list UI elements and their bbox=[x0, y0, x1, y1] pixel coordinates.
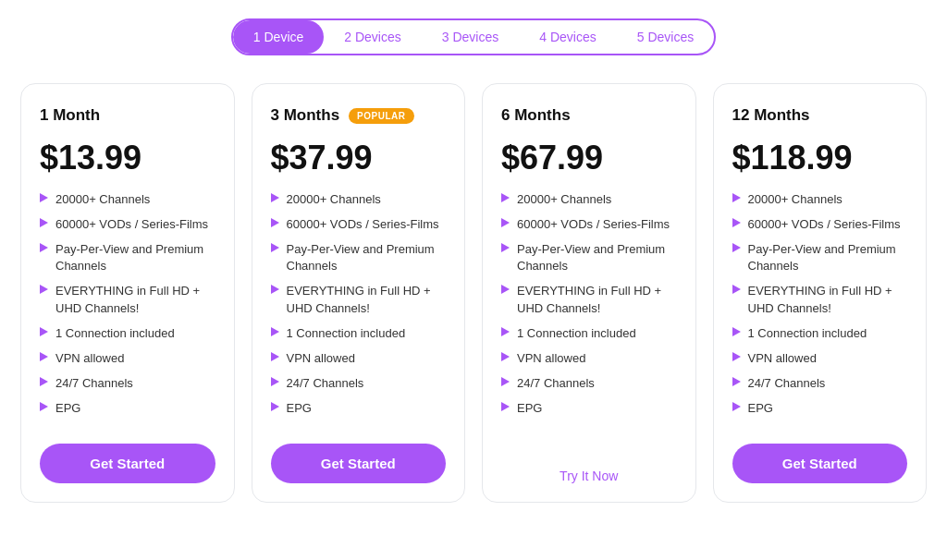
plan-header: 6 Months bbox=[501, 106, 677, 125]
plan-duration: 1 Month bbox=[40, 106, 215, 125]
play-icon bbox=[501, 218, 510, 227]
feature-text: 24/7 Channels bbox=[55, 375, 133, 392]
feature-item: VPN allowed bbox=[732, 350, 908, 367]
play-icon bbox=[271, 402, 279, 411]
feature-item: 24/7 Channels bbox=[40, 375, 215, 392]
feature-item: 60000+ VODs / Series-Films bbox=[271, 216, 447, 233]
plan-card-plan-12months: 12 Months$118.9920000+ Channels60000+ VO… bbox=[713, 83, 928, 503]
plan-price: $118.99 bbox=[732, 140, 908, 177]
feature-item: 60000+ VODs / Series-Films bbox=[501, 216, 677, 233]
feature-text: EPG bbox=[517, 400, 542, 417]
plan-duration: 6 Months bbox=[501, 106, 677, 125]
feature-item: VPN allowed bbox=[40, 350, 215, 367]
play-icon bbox=[732, 377, 741, 386]
device-tab-4[interactable]: 4 Devices bbox=[519, 20, 616, 54]
feature-item: 60000+ VODs / Series-Films bbox=[732, 216, 908, 233]
get-started-button-plan-12months[interactable]: Get Started bbox=[732, 444, 908, 483]
feature-item: 24/7 Channels bbox=[271, 375, 447, 392]
feature-text: Pay-Per-View and Premium Channels bbox=[55, 241, 215, 274]
feature-text: VPN allowed bbox=[748, 350, 817, 367]
play-icon bbox=[501, 327, 510, 336]
popular-badge: POPULAR bbox=[349, 108, 413, 124]
feature-item: EPG bbox=[271, 400, 447, 417]
feature-text: Pay-Per-View and Premium Channels bbox=[748, 241, 908, 274]
play-icon bbox=[501, 193, 510, 202]
feature-item: EPG bbox=[732, 400, 908, 417]
feature-text: 60000+ VODs / Series-Films bbox=[287, 216, 439, 233]
try-it-now-link-plan-6months[interactable]: Try It Now bbox=[501, 469, 677, 483]
plan-duration: 3 MonthsPOPULAR bbox=[271, 106, 447, 125]
device-tab-2[interactable]: 2 Devices bbox=[324, 20, 421, 54]
feature-text: VPN allowed bbox=[287, 350, 355, 367]
play-icon bbox=[271, 193, 279, 202]
feature-text: 1 Connection included bbox=[748, 325, 867, 342]
feature-text: EVERYTHING in Full HD + UHD Channels! bbox=[55, 283, 215, 316]
play-icon bbox=[271, 352, 279, 361]
feature-item: 1 Connection included bbox=[271, 325, 447, 342]
play-icon bbox=[501, 243, 510, 252]
plan-header: 3 MonthsPOPULAR bbox=[271, 106, 447, 125]
feature-text: EVERYTHING in Full HD + UHD Channels! bbox=[287, 283, 447, 316]
device-tab-1[interactable]: 1 Device bbox=[233, 20, 324, 54]
play-icon bbox=[271, 377, 279, 386]
play-icon bbox=[40, 327, 48, 336]
feature-text: Pay-Per-View and Premium Channels bbox=[517, 241, 677, 274]
feature-text: 1 Connection included bbox=[55, 325, 175, 342]
plan-duration: 12 Months bbox=[732, 106, 908, 125]
play-icon bbox=[40, 193, 48, 202]
get-started-button-plan-3months[interactable]: Get Started bbox=[271, 444, 447, 483]
feature-text: Pay-Per-View and Premium Channels bbox=[287, 241, 447, 274]
feature-text: EVERYTHING in Full HD + UHD Channels! bbox=[517, 283, 677, 316]
play-icon bbox=[40, 402, 48, 411]
play-icon bbox=[501, 377, 510, 386]
feature-text: 20000+ Channels bbox=[748, 191, 842, 208]
play-icon bbox=[732, 285, 741, 294]
play-icon bbox=[40, 352, 48, 361]
get-started-button-plan-1month[interactable]: Get Started bbox=[40, 444, 215, 483]
feature-item: Pay-Per-View and Premium Channels bbox=[271, 241, 447, 274]
feature-text: 1 Connection included bbox=[517, 325, 636, 342]
plan-card-plan-6months: 6 Months$67.9920000+ Channels60000+ VODs… bbox=[482, 83, 696, 503]
feature-text: 24/7 Channels bbox=[748, 375, 826, 392]
feature-text: VPN allowed bbox=[55, 350, 124, 367]
feature-text: 20000+ Channels bbox=[55, 191, 150, 208]
feature-item: Pay-Per-View and Premium Channels bbox=[40, 241, 215, 274]
play-icon bbox=[501, 352, 510, 361]
play-icon bbox=[271, 243, 279, 252]
plan-price: $13.99 bbox=[40, 140, 215, 177]
feature-item: 1 Connection included bbox=[732, 325, 908, 342]
play-icon bbox=[732, 327, 741, 336]
feature-list: 20000+ Channels60000+ VODs / Series-Film… bbox=[501, 191, 677, 440]
feature-item: 20000+ Channels bbox=[40, 191, 215, 208]
device-tab-5[interactable]: 5 Devices bbox=[617, 20, 714, 54]
feature-text: 20000+ Channels bbox=[517, 191, 611, 208]
feature-item: Pay-Per-View and Premium Channels bbox=[501, 241, 677, 274]
plan-card-plan-1month: 1 Month$13.9920000+ Channels60000+ VODs … bbox=[20, 83, 235, 503]
play-icon bbox=[732, 402, 741, 411]
feature-list: 20000+ Channels60000+ VODs / Series-Film… bbox=[40, 191, 215, 426]
feature-item: 20000+ Channels bbox=[271, 191, 447, 208]
feature-item: EVERYTHING in Full HD + UHD Channels! bbox=[40, 283, 215, 316]
feature-item: EPG bbox=[501, 400, 677, 417]
feature-text: 24/7 Channels bbox=[287, 375, 364, 392]
feature-text: EPG bbox=[748, 400, 773, 417]
play-icon bbox=[40, 218, 48, 227]
play-icon bbox=[40, 243, 48, 252]
plan-price: $67.99 bbox=[501, 140, 677, 177]
feature-text: 60000+ VODs / Series-Films bbox=[748, 216, 901, 233]
feature-item: 1 Connection included bbox=[501, 325, 677, 342]
feature-list: 20000+ Channels60000+ VODs / Series-Film… bbox=[732, 191, 908, 426]
feature-item: VPN allowed bbox=[271, 350, 447, 367]
feature-text: EPG bbox=[287, 400, 312, 417]
play-icon bbox=[732, 352, 741, 361]
play-icon bbox=[40, 377, 48, 386]
feature-list: 20000+ Channels60000+ VODs / Series-Film… bbox=[271, 191, 447, 426]
play-icon bbox=[732, 243, 741, 252]
device-tab-3[interactable]: 3 Devices bbox=[422, 20, 519, 54]
feature-text: 24/7 Channels bbox=[517, 375, 595, 392]
feature-text: VPN allowed bbox=[517, 350, 585, 367]
play-icon bbox=[501, 285, 510, 294]
plan-header: 12 Months bbox=[732, 106, 908, 125]
plan-header: 1 Month bbox=[40, 106, 215, 125]
feature-item: EPG bbox=[40, 400, 215, 417]
